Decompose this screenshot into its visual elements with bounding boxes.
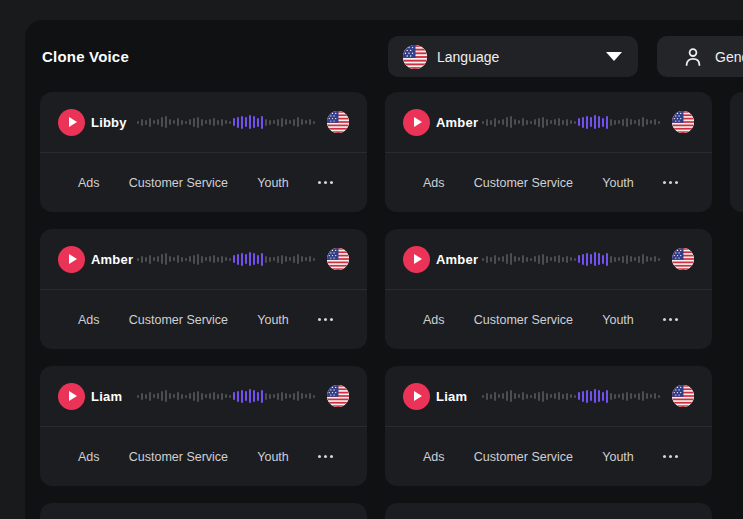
voice-tag[interactable]: Customer Service [474,450,573,464]
voice-tag[interactable]: Ads [423,176,445,190]
wave-bar [526,120,528,125]
wave-bar [530,121,532,124]
wave-bar [225,120,227,124]
wave-bar [550,257,552,261]
voice-card-top: Liam [385,366,712,427]
more-options-button[interactable] [318,177,333,188]
wave-bar [582,254,584,265]
play-button[interactable] [58,246,85,273]
wave-bar [253,253,255,265]
voice-tag[interactable]: Youth [602,313,634,327]
wave-bar [153,394,155,398]
wave-bar [197,117,199,128]
wave-bar [297,254,299,264]
play-button[interactable] [403,246,430,273]
wave-bar [514,119,516,125]
main-panel: Clone Voice [25,20,743,519]
voice-tag[interactable]: Ads [78,313,100,327]
wave-bar [498,120,500,124]
wave-bar [506,254,508,264]
wave-bar [526,257,528,262]
voice-tag[interactable]: Customer Service [129,176,228,190]
wave-bar [542,117,544,128]
wave-bar [534,256,536,262]
voice-card: Liam [40,366,367,486]
wave-bar [273,257,275,261]
play-icon [414,254,422,264]
wave-bar [157,393,159,399]
wave-bar [257,255,259,264]
wave-bar [189,393,191,399]
voice-card-top: Libby [40,92,367,153]
wave-bar [534,393,536,399]
wave-bar [606,390,608,403]
wave-bar [221,393,223,400]
play-button[interactable] [58,383,85,410]
wave-bar [566,119,568,126]
wave-bar [261,253,263,266]
wave-bar [510,390,512,402]
voice-tag[interactable]: Youth [602,176,634,190]
voice-tags-row: AdsCustomer ServiceYouth [385,427,712,486]
more-options-button[interactable] [663,451,678,462]
voice-tag[interactable]: Youth [257,313,289,327]
wave-bar [269,120,271,125]
voice-tag[interactable]: Customer Service [474,313,573,327]
more-options-button[interactable] [663,177,678,188]
wave-bar [289,394,291,398]
voice-tag[interactable]: Customer Service [474,176,573,190]
wave-bar [149,118,151,127]
play-button[interactable] [403,109,430,136]
voice-tag[interactable]: Ads [423,313,445,327]
wave-bar [313,258,315,261]
wave-bar [550,394,552,398]
play-button[interactable] [403,383,430,410]
gender-dropdown[interactable]: Gender [657,36,743,77]
wave-bar [285,393,287,399]
wave-bar [598,390,600,402]
language-dropdown[interactable]: Language [388,36,638,77]
wave-bar [233,392,235,400]
wave-bar [586,390,588,403]
more-options-button[interactable] [318,314,333,325]
wave-bar [590,117,592,127]
wave-bar [542,391,544,402]
voice-tag[interactable]: Ads [78,450,100,464]
wave-bar [518,394,520,398]
voice-tag[interactable]: Youth [257,450,289,464]
play-button[interactable] [58,109,85,136]
wave-bar [245,254,247,264]
wave-bar [554,256,556,262]
wave-bar [289,257,291,261]
voice-tag[interactable]: Ads [423,450,445,464]
voice-tag[interactable]: Youth [602,450,634,464]
wave-bar [510,253,512,265]
wave-bar [522,392,524,400]
voice-tag[interactable]: Customer Service [129,313,228,327]
wave-bar [626,118,628,127]
voice-tag[interactable]: Youth [257,176,289,190]
wave-bar [554,119,556,125]
wave-bar [181,120,183,125]
wave-bar [626,392,628,401]
wave-bar [193,255,195,264]
voice-card: Amber [385,229,712,349]
wave-bar [650,394,652,398]
more-icon [318,318,321,321]
wave-bar [598,116,600,128]
voice-name: Libby [91,115,137,130]
wave-bar [257,392,259,401]
wave-bar [249,389,251,403]
wave-bar [181,394,183,399]
voice-card-partial [730,92,743,212]
wave-bar [506,117,508,127]
more-options-button[interactable] [663,314,678,325]
voice-tag[interactable]: Customer Service [129,450,228,464]
wave-bar [610,119,612,126]
more-options-button[interactable] [318,451,333,462]
wave-bar [502,393,504,399]
wave-bar [289,120,291,124]
voice-tag[interactable]: Ads [78,176,100,190]
wave-bar [586,253,588,266]
wave-bar [193,118,195,127]
